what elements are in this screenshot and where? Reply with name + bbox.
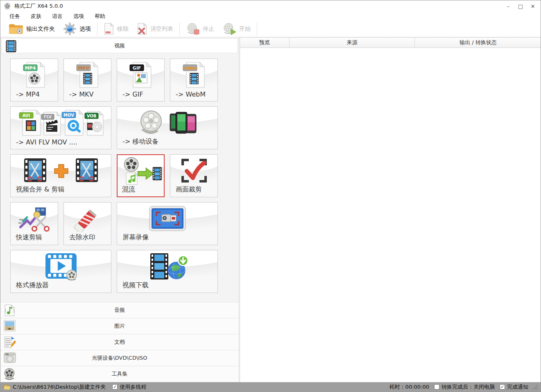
close-button[interactable]: ✕ [527, 0, 539, 12]
column-preview[interactable]: 预览 [240, 38, 290, 47]
start-button[interactable]: 开始 [218, 22, 255, 36]
screen-record-icon [117, 205, 217, 232]
svg-text:AVI: AVI [22, 113, 30, 118]
multithread-checkbox[interactable] [112, 384, 118, 390]
output-folder-button[interactable]: 输出文件夹 [5, 22, 59, 36]
task-table-header: 预览 来源 输出 / 转换状态 [240, 37, 541, 48]
category-label: 图片 [0, 322, 239, 330]
mp4-file-icon: MP4 [11, 61, 58, 89]
resize-grip[interactable] [532, 384, 538, 390]
elapsed-time: 耗时：00:00:00 [389, 383, 429, 391]
video-film-icon [5, 40, 17, 52]
grid-item-to-mp4[interactable]: MP4 -> MP4 [10, 59, 58, 101]
grid-item-label: 画面裁剪 [176, 185, 202, 194]
menu-task[interactable]: 任务 [7, 12, 23, 21]
document-category-icon [4, 336, 16, 349]
grid-item-remove-watermark[interactable]: 去除水印 [63, 202, 111, 245]
clear-list-icon [137, 23, 147, 35]
output-folder-label: 输出文件夹 [26, 25, 55, 33]
category-picture[interactable]: 图片 [0, 318, 239, 334]
grid-item-to-gif[interactable]: GIF -> GIF [117, 59, 165, 101]
grid-item-to-mkv[interactable]: MKV -> MKV [63, 59, 111, 101]
notify-checkbox[interactable] [500, 384, 505, 390]
grid-item-label: -> MKV [69, 90, 94, 98]
video-section-label: 视频 [2, 42, 238, 50]
grid-item-label: -> AVI FLV MOV .... [16, 138, 77, 146]
category-label: 文档 [0, 338, 239, 346]
start-label: 开始 [239, 25, 251, 33]
output-folder-icon [9, 23, 23, 35]
menu-help[interactable]: 帮助 [92, 12, 108, 21]
category-document[interactable]: 文档 [0, 334, 239, 350]
options-label: 选项 [79, 25, 91, 33]
remove-button[interactable]: 移除 [100, 22, 133, 36]
toolbar-separator [257, 22, 257, 36]
toolset-category-icon [4, 368, 16, 381]
grid-item-to-avi-flv-mov[interactable]: AVIFLVMOVVOB -> AVI FLV MOV .... [10, 106, 111, 149]
window-title: 格式工厂 X64 5.0.0 [14, 2, 63, 10]
remove-page-icon [104, 23, 114, 35]
category-video-header[interactable]: 视频 [1, 38, 238, 53]
stop-button[interactable]: 停止 [182, 22, 218, 36]
grid-item-crop[interactable]: 画面裁剪 [170, 154, 218, 197]
grid-item-to-webm[interactable]: webm -> WebM [170, 59, 218, 101]
grid-item-label: 格式播放器 [16, 281, 49, 290]
grid-item-screen-record[interactable]: 屏幕录像 [117, 202, 218, 245]
grid-item-label: 视频下载 [122, 281, 149, 290]
grid-item-format-player[interactable]: 格式播放器 [10, 250, 111, 293]
options-button[interactable]: 选项 [59, 21, 95, 36]
menu-options[interactable]: 选项 [71, 12, 86, 21]
grid-item-label: -> MP4 [16, 90, 40, 98]
multithread-label: 使用多线程 [120, 383, 146, 391]
title-bar: 格式工厂 X64 5.0.0 – □ ✕ [0, 0, 541, 12]
toolbar: 输出文件夹 选项 移除 清空列表 停止 [0, 21, 541, 37]
category-list: 音频 图片 文档 光驱设备\DVD\CD\ISO [0, 302, 239, 382]
grid-item-mux[interactable]: 混流 [117, 154, 165, 197]
notify-label: 完成通知 [507, 383, 528, 391]
grid-item-video-download[interactable]: 视频下载 [117, 250, 218, 293]
clear-list-button[interactable]: 清空列表 [133, 22, 177, 36]
column-source[interactable]: 来源 [290, 38, 415, 47]
minimize-button[interactable]: – [502, 0, 514, 12]
grid-item-label: 混流 [122, 185, 135, 194]
clear-list-label: 清空列表 [150, 25, 173, 33]
category-disc-drive[interactable]: 光驱设备\DVD\CD\ISO [0, 350, 239, 366]
grid-item-to-mobile-device[interactable]: -> 移动设备 [117, 106, 218, 149]
mobile-device-icon [117, 109, 217, 137]
task-table-body[interactable] [240, 48, 541, 383]
start-reel-icon [222, 23, 236, 35]
svg-text:GIF: GIF [132, 65, 141, 71]
status-bar: C:\Users\86176\Desktop\新建文件夹 使用多线程 耗时：00… [0, 382, 541, 392]
category-audio[interactable]: 音频 [0, 302, 239, 318]
app-window: 格式工厂 X64 5.0.0 – □ ✕ 任务 皮肤 语言 选项 帮助 输出文件… [0, 0, 541, 392]
grid-item-merge-clip[interactable]: 视频合并 & 剪辑 [10, 154, 111, 197]
multi-format-files-icon: AVIFLVMOVVOB [11, 109, 111, 137]
grid-item-label: -> WebM [176, 90, 206, 98]
svg-text:MOV: MOV [63, 113, 74, 117]
grid-item-quick-clip[interactable]: 快速剪辑 [10, 202, 58, 245]
watermark-eraser-icon [64, 205, 111, 232]
menu-skin[interactable]: 皮肤 [28, 12, 44, 21]
disc-drive-category-icon [4, 352, 16, 364]
stop-reel-icon [186, 23, 200, 35]
video-conversion-grid: MP4 -> MP4 MKV -> MKV GIF -> GIF webm [10, 59, 218, 293]
options-gear-icon [63, 22, 77, 36]
grid-item-label: 屏幕录像 [122, 233, 149, 242]
shutdown-checkbox[interactable] [434, 384, 439, 390]
video-download-icon [117, 252, 217, 280]
menu-language[interactable]: 语言 [50, 12, 65, 21]
grid-item-label: -> GIF [122, 90, 143, 98]
column-output-status[interactable]: 输出 / 转换状态 [415, 38, 541, 47]
toolbar-separator [179, 22, 180, 36]
category-label: 音频 [0, 306, 239, 314]
category-label: 光驱设备\DVD\CD\ISO [0, 354, 239, 362]
left-panel: 视频 MP4 -> MP4 MKV -> MKV GIF -> GIF [0, 37, 239, 383]
category-toolset[interactable]: 工具集 [0, 366, 239, 382]
crop-check-icon [170, 157, 217, 185]
maximize-button[interactable]: □ [514, 0, 527, 12]
output-path[interactable]: C:\Users\86176\Desktop\新建文件夹 [13, 383, 106, 391]
audio-category-icon [4, 304, 16, 317]
svg-text:MKV: MKV [78, 65, 89, 71]
svg-text:VOB: VOB [86, 114, 96, 118]
grid-item-label: 去除水印 [69, 233, 95, 242]
